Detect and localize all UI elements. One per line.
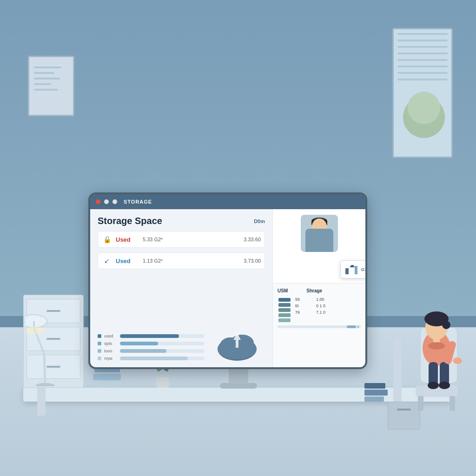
row1-val1: 5.33 G2ᵉ bbox=[143, 237, 163, 243]
bar-track-1 bbox=[120, 342, 205, 345]
person-sitting bbox=[397, 285, 467, 406]
svg-rect-15 bbox=[355, 266, 357, 274]
desk-lamp bbox=[26, 307, 63, 386]
screen-titlebar: STORAGE bbox=[90, 194, 365, 209]
panel-title: Storage Space bbox=[98, 216, 162, 226]
usm-scroll-thumb bbox=[347, 325, 356, 328]
svg-marker-14 bbox=[350, 265, 355, 267]
bar-dot-3 bbox=[98, 357, 101, 360]
books-stack bbox=[93, 367, 121, 387]
bar-item-0: used bbox=[98, 334, 205, 338]
svg-point-32 bbox=[428, 342, 445, 350]
storage-row-2: ↙ Used 1.13 G2ᵉ 3.73.00 bbox=[98, 252, 265, 269]
usm-data-col: 56 1.00 t0 0 1 0 76 7.1 0 bbox=[295, 297, 328, 315]
bar-dot-1 bbox=[98, 342, 101, 345]
bar-fill-1 bbox=[120, 342, 158, 345]
usm-data-row-3: 76 7.1 0 bbox=[295, 310, 328, 315]
row2-val2: 3.73.00 bbox=[244, 258, 261, 264]
floor-book-2 bbox=[364, 390, 388, 396]
row2-icon: ↙ bbox=[102, 256, 112, 266]
usm-cell-2-2: 0 1 0 bbox=[316, 304, 328, 308]
svg-point-25 bbox=[439, 382, 450, 389]
row1-icon: 🔒 bbox=[102, 234, 112, 245]
row1-label: Used bbox=[116, 236, 139, 243]
usm-cell-3-2: 7.1 0 bbox=[316, 310, 328, 315]
scroll-arrow-icon: ⬇ bbox=[357, 325, 360, 329]
svg-point-5 bbox=[26, 327, 44, 334]
row1-val2: 3.33.60 bbox=[244, 237, 261, 242]
svg-point-30 bbox=[442, 321, 450, 329]
bar-label-1: opts bbox=[104, 341, 117, 346]
titlebar-max-dot[interactable] bbox=[112, 199, 117, 204]
monitor-screen: STORAGE Storage Space D0m 🔒 Used 5.33 G2… bbox=[90, 194, 365, 367]
bars-column: used opts tuoo nrpe bbox=[98, 334, 205, 361]
row2-val1: 1.13 G2ᵉ bbox=[143, 258, 163, 264]
monitor-stand bbox=[229, 368, 248, 384]
storage-row-1: 🔒 Used 5.33 G2ᵉ 3.33.60 bbox=[98, 231, 265, 248]
svg-line-3 bbox=[44, 354, 45, 385]
usm-col2-title: Shrage bbox=[306, 288, 322, 293]
svg-point-27 bbox=[453, 357, 462, 364]
bar-fill-0 bbox=[120, 334, 179, 338]
monitor-body: STORAGE Storage Space D0m 🔒 Used 5.33 G2… bbox=[88, 192, 367, 369]
svg-rect-13 bbox=[345, 268, 349, 274]
bar-dot-2 bbox=[98, 349, 101, 353]
bar-section: used opts tuoo nrpe bbox=[98, 274, 265, 361]
bar-label-0: used bbox=[104, 334, 117, 338]
svg-rect-16 bbox=[278, 298, 291, 302]
bar-dot-0 bbox=[98, 334, 101, 338]
titlebar-title: STORAGE bbox=[124, 199, 152, 205]
usm-content: 56 1.00 t0 0 1 0 76 7.1 0 bbox=[278, 297, 361, 323]
svg-rect-17 bbox=[278, 303, 291, 307]
right-panel: G⃝ USM Shrage bbox=[272, 209, 365, 367]
svg-rect-19 bbox=[278, 313, 291, 317]
usm-scrollbar[interactable]: ⬇ bbox=[278, 325, 361, 328]
bar-track-2 bbox=[120, 349, 205, 353]
floor-book-1 bbox=[364, 383, 385, 389]
bar-item-3: nrpe bbox=[98, 356, 205, 361]
usm-section: USM Shrage bbox=[273, 284, 365, 367]
wall-picture bbox=[28, 56, 74, 116]
svg-point-4 bbox=[36, 383, 54, 386]
bar-track-3 bbox=[120, 357, 205, 360]
bar-fill-3 bbox=[120, 357, 188, 360]
svg-rect-18 bbox=[278, 308, 291, 312]
usm-cell-3-1: 76 bbox=[295, 310, 307, 315]
title-row: Storage Space D0m bbox=[98, 216, 265, 226]
usm-cell-1-2: 1.00 bbox=[316, 297, 328, 302]
mini-popup: G⃝ bbox=[340, 260, 365, 278]
bar-track-0 bbox=[120, 334, 205, 338]
usm-data-row-2: t0 0 1 0 bbox=[295, 304, 328, 308]
svg-point-0 bbox=[26, 315, 47, 328]
row2-label: Used bbox=[116, 258, 139, 264]
floor-books bbox=[364, 383, 388, 402]
svg-rect-20 bbox=[278, 318, 291, 322]
usm-cell-1-1: 56 bbox=[295, 297, 307, 302]
dom-badge: D0m bbox=[254, 218, 265, 224]
avatar-body bbox=[305, 229, 333, 252]
bar-fill-2 bbox=[120, 349, 166, 353]
bar-label-3: nrpe bbox=[104, 356, 117, 361]
bar-label-2: tuoo bbox=[104, 349, 117, 353]
screen-content: Storage Space D0m 🔒 Used 5.33 G2ᵉ 3.33.6… bbox=[90, 209, 365, 367]
cloud-section bbox=[209, 324, 265, 361]
titlebar-min-dot[interactable] bbox=[104, 199, 109, 204]
floor-box-handle bbox=[397, 409, 411, 410]
bar-item-2: tuoo bbox=[98, 349, 205, 353]
left-panel: Storage Space D0m 🔒 Used 5.33 G2ᵉ 3.33.6… bbox=[90, 209, 272, 367]
usm-header: USM Shrage bbox=[278, 288, 361, 293]
floor-book-3 bbox=[364, 397, 384, 402]
svg-point-24 bbox=[428, 382, 439, 389]
avatar-image bbox=[301, 215, 338, 252]
usm-col1-title: USM bbox=[278, 288, 288, 293]
popup-label: G⃝ bbox=[361, 267, 365, 272]
usm-cell-2-1: t0 bbox=[295, 304, 307, 308]
titlebar-close-dot[interactable] bbox=[96, 199, 100, 204]
usm-data-row-1: 56 1.00 bbox=[295, 297, 328, 302]
window-right bbox=[392, 28, 453, 158]
avatar-section: G⃝ bbox=[273, 209, 365, 284]
bar-item-1: opts bbox=[98, 341, 205, 346]
